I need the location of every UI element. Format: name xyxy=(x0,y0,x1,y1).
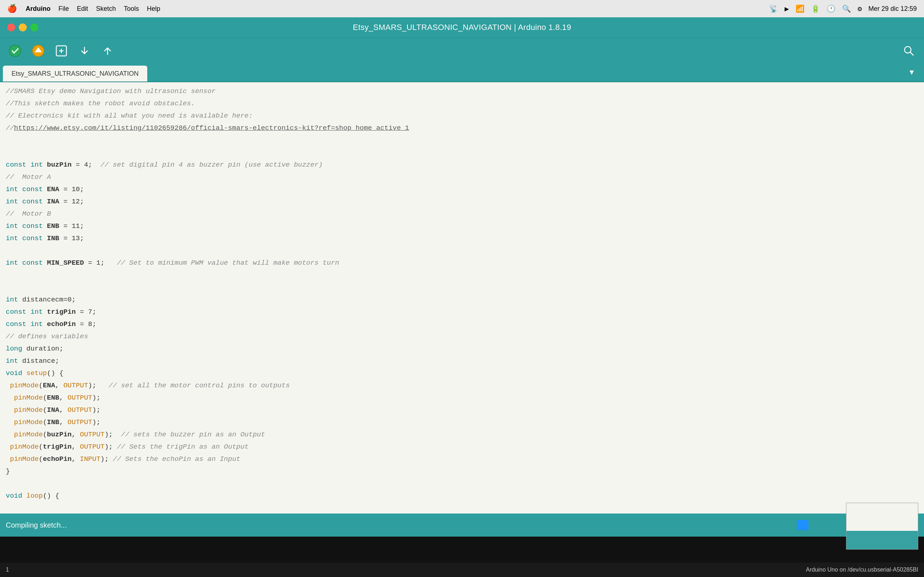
maximize-button[interactable] xyxy=(30,23,38,31)
code-text: OUTPUT xyxy=(63,379,88,392)
code-text: , xyxy=(71,429,80,441)
menu-arduino[interactable]: Arduino xyxy=(26,5,50,13)
tab-dropdown-button[interactable]: ▼ xyxy=(905,66,918,79)
code-text: // Motor B xyxy=(6,208,51,220)
code-line: pinMode(ENA, OUTPUT); // set all the mot… xyxy=(0,379,924,392)
code-text xyxy=(6,441,10,453)
open-button[interactable] xyxy=(75,42,94,60)
code-line: int const MIN_SPEED = 1; // Set to minim… xyxy=(0,257,924,269)
code-keyword: int xyxy=(30,159,47,171)
new-button[interactable] xyxy=(52,42,71,60)
board-info: Arduino Uno on /dev/cu.usbserial-A50285B… xyxy=(806,567,918,573)
editor-search-button[interactable] xyxy=(900,42,918,60)
save-icon xyxy=(101,44,114,57)
code-text: buzPin xyxy=(47,429,71,441)
code-editor[interactable]: //SMARS Etsy demo Navigation with ultras… xyxy=(0,82,924,528)
code-line xyxy=(0,134,924,147)
code-text: = 8; xyxy=(76,318,96,330)
code-line: //https://www.etsy.com/it/listing/110265… xyxy=(0,122,924,134)
code-line xyxy=(0,477,924,490)
code-text: ( xyxy=(43,404,47,416)
tab-main[interactable]: Etsy_SMARS_ULTRASONIC_NAVIGATION xyxy=(3,66,147,82)
code-line: // Electronics kit with all what you nee… xyxy=(0,110,924,122)
svg-line-7 xyxy=(910,52,913,55)
code-text: OUTPUT xyxy=(68,392,92,404)
code-text xyxy=(6,429,14,441)
toolbar xyxy=(0,37,924,63)
close-button[interactable] xyxy=(7,23,15,31)
code-line: const int echoPin = 8; xyxy=(0,318,924,330)
code-keyword: int xyxy=(6,293,23,306)
code-text: ); xyxy=(100,453,113,465)
output-area xyxy=(0,537,924,562)
save-button[interactable] xyxy=(98,42,117,60)
code-text: INA xyxy=(47,404,59,416)
code-text: ); xyxy=(92,416,101,429)
menu-file[interactable]: File xyxy=(58,5,69,13)
code-line: int const INB = 13; xyxy=(0,232,924,245)
code-text xyxy=(6,453,10,465)
code-text: pinMode xyxy=(10,379,39,392)
code-line: // defines variables xyxy=(0,330,924,343)
apple-menu[interactable]: 🍎 xyxy=(7,4,17,14)
code-text: ); xyxy=(92,404,101,416)
code-text: pinMode xyxy=(14,429,43,441)
code-text: ( xyxy=(39,453,43,465)
code-text: // Electronics kit with all what you nee… xyxy=(6,110,253,122)
window-title: Etsy_SMARS_ULTRASONIC_NAVIGATION | Ardui… xyxy=(353,23,571,32)
code-text: INA xyxy=(47,195,59,208)
code-line: // Motor A xyxy=(0,171,924,183)
code-text: , xyxy=(59,416,68,429)
code-line: void setup() { xyxy=(0,367,924,379)
verify-button[interactable] xyxy=(6,42,24,60)
minimize-button[interactable] xyxy=(19,23,27,31)
menu-tools[interactable]: Tools xyxy=(124,5,139,13)
code-text: ( xyxy=(43,429,47,441)
code-line xyxy=(0,269,924,281)
upload-button[interactable] xyxy=(29,42,48,60)
new-icon xyxy=(55,44,68,57)
status-text: Compiling sketch... xyxy=(6,521,67,529)
clock-icon: 🕐 xyxy=(827,4,835,13)
menubar-right: 📡 ▶ 📶 🔋 🕐 🔍 ⚙️ Mer 29 dic 12:59 xyxy=(769,0,917,17)
code-comment: // Sets the trigPin as an Output xyxy=(117,441,249,453)
code-text: ); xyxy=(105,441,117,453)
code-text: = 13; xyxy=(59,232,84,245)
info-bar: 1 Arduino Uno on /dev/cu.usbserial-A5028… xyxy=(0,562,924,577)
menu-sketch[interactable]: Sketch xyxy=(96,5,116,13)
code-text: ENA xyxy=(47,183,59,195)
code-text: , xyxy=(55,379,63,392)
code-text: pinMode xyxy=(14,404,43,416)
code-line xyxy=(0,281,924,293)
code-text: pinMode xyxy=(14,416,43,429)
code-text: ( xyxy=(39,441,43,453)
code-line: //This sketch makes the robot avoid obst… xyxy=(0,97,924,110)
code-line: int const ENB = 11; xyxy=(0,220,924,232)
code-text: echoPin xyxy=(47,318,76,330)
code-text: MIN_SPEED xyxy=(47,257,84,269)
code-keyword: const xyxy=(23,183,47,195)
code-text: = 4; xyxy=(71,159,100,171)
code-text: = 11; xyxy=(59,220,84,232)
code-text: , xyxy=(71,453,80,465)
code-text: OUTPUT xyxy=(80,441,104,453)
code-text: pinMode xyxy=(10,441,39,453)
code-url[interactable]: https://www.etsy.com/it/listing/11026592… xyxy=(14,122,409,134)
code-text: ); xyxy=(88,379,109,392)
menu-help[interactable]: Help xyxy=(147,5,160,13)
code-keyword: int xyxy=(30,318,47,330)
code-text: } xyxy=(6,465,10,477)
code-text xyxy=(6,379,10,392)
code-keyword: int xyxy=(6,183,23,195)
code-keyword: const xyxy=(23,257,47,269)
code-line: pinMode(INB, OUTPUT); xyxy=(0,416,924,429)
code-text: echoPin xyxy=(43,453,72,465)
code-text: //This sketch makes the robot avoid obst… xyxy=(6,97,195,110)
code-keyword: const xyxy=(23,220,47,232)
code-text: INPUT xyxy=(80,453,100,465)
menu-edit[interactable]: Edit xyxy=(77,5,88,13)
controlcenter-icon[interactable]: ⚙️ xyxy=(858,4,862,13)
verify-icon xyxy=(9,44,22,57)
code-text: // defines variables xyxy=(6,330,88,343)
search-icon[interactable]: 🔍 xyxy=(842,4,851,13)
